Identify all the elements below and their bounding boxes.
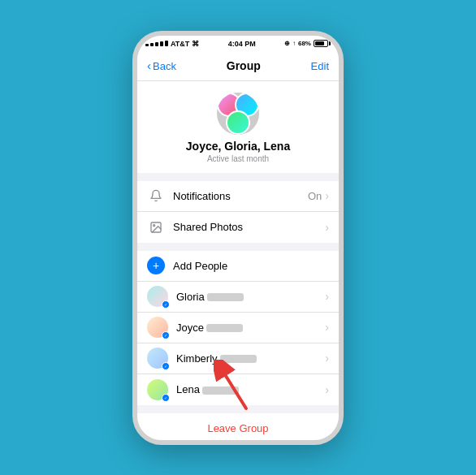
leave-section: Leave Group — [137, 413, 339, 440]
member-name-gloria: Gloria — [176, 291, 325, 303]
phone-frame: AT&T ⌘ 4:04 PM ⊕ ↑ 68% — [132, 31, 344, 445]
member-row-kimberly[interactable]: ✓ Kimberly › — [137, 343, 339, 374]
settings-section: Notifications On › Shared Photos › — [137, 181, 339, 243]
back-button[interactable]: ‹ Back — [147, 59, 176, 72]
member-name-kimberly: Kimberly — [176, 352, 325, 365]
shared-photos-chevron-icon: › — [325, 221, 329, 234]
member-avatar-lena: ✓ — [147, 379, 168, 400]
leave-group-row[interactable]: Leave Group — [137, 413, 339, 440]
member-row-lena[interactable]: ✓ Lena › — [137, 374, 339, 405]
time-label: 4:04 PM — [228, 40, 256, 48]
member-chevron-icon-joyce: › — [325, 321, 329, 334]
group-name: Joyce, Gloria, Lena — [186, 140, 290, 153]
notifications-value: On — [308, 190, 322, 202]
notifications-chevron-icon: › — [325, 189, 329, 202]
carrier-label: AT&T — [171, 40, 189, 48]
shared-photos-label: Shared Photos — [173, 221, 325, 233]
group-avatar — [217, 93, 259, 135]
notifications-row[interactable]: Notifications On › — [137, 181, 339, 212]
bell-icon — [147, 187, 165, 205]
member-row-gloria[interactable]: ✓ Gloria › — [137, 282, 339, 313]
arrow-icon: ↑ — [292, 40, 296, 47]
battery-percent: 68% — [298, 40, 311, 47]
back-label: Back — [153, 60, 176, 72]
members-section: + Add People ✓ Gloria › — [137, 251, 339, 405]
member-chevron-icon-gloria: › — [325, 290, 329, 303]
member-chevron-icon-lena: › — [325, 383, 329, 396]
member-chevron-icon-kimberly: › — [325, 352, 329, 365]
nav-bar: ‹ Back Group Edit — [137, 52, 339, 81]
page-background: AT&T ⌘ 4:04 PM ⊕ ↑ 68% — [0, 0, 476, 475]
status-bar: AT&T ⌘ 4:04 PM ⊕ ↑ 68% — [137, 36, 339, 52]
add-icon: + — [147, 257, 165, 274]
wifi-icon: ⌘ — [192, 40, 199, 48]
member-name-lena: Lena — [176, 383, 325, 395]
photo-icon — [147, 218, 165, 236]
member-avatar-joyce: ✓ — [147, 317, 168, 338]
member-name-joyce: Joyce — [176, 322, 325, 334]
member-row-joyce[interactable]: ✓ Joyce › — [137, 313, 339, 343]
add-people-row[interactable]: + Add People — [137, 251, 339, 282]
group-header: Joyce, Gloria, Lena Active last month — [137, 81, 339, 173]
member-avatar-gloria: ✓ — [147, 286, 168, 307]
location-icon: ⊕ — [284, 40, 290, 47]
group-status: Active last month — [207, 154, 269, 163]
member-avatar-kimberly: ✓ — [147, 348, 168, 369]
edit-button[interactable]: Edit — [311, 60, 329, 72]
leave-group-label[interactable]: Leave Group — [207, 422, 268, 434]
shared-photos-row[interactable]: Shared Photos › — [137, 212, 339, 243]
nav-title: Group — [227, 59, 261, 72]
notifications-label: Notifications — [173, 190, 308, 202]
back-chevron-icon: ‹ — [147, 58, 151, 72]
add-people-label: Add People — [173, 260, 329, 272]
svg-point-1 — [154, 224, 155, 226]
